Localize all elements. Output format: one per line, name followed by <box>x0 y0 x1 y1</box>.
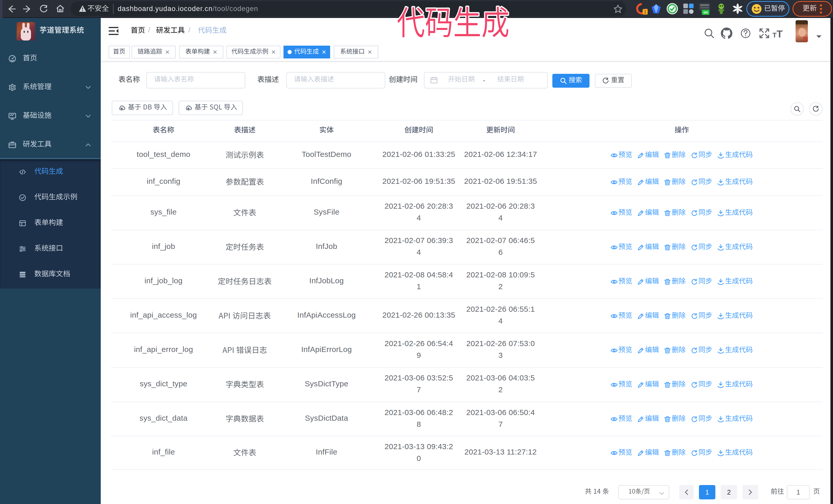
svg-text:on: on <box>703 10 708 14</box>
svg-text:1: 1 <box>644 9 646 14</box>
